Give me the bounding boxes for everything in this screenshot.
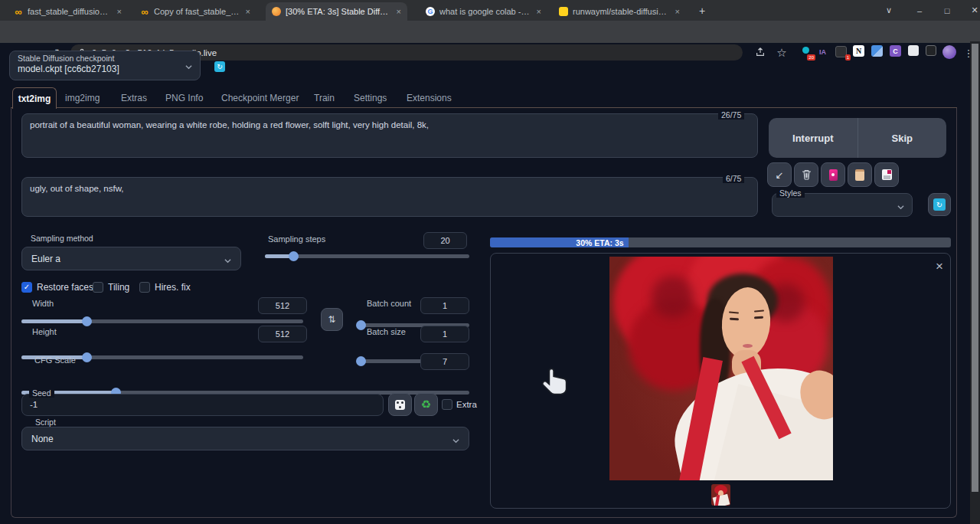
browser-tab-4[interactable]: G what is google colab - Googl × — [420, 2, 547, 21]
dice-dot — [399, 406, 401, 408]
close-window-button[interactable]: ✕ — [963, 0, 980, 21]
styles-label: Styles — [776, 188, 805, 198]
script-value: None — [31, 434, 54, 444]
extension-ia-icon[interactable]: IA — [816, 45, 829, 58]
save-style-button[interactable] — [874, 162, 899, 187]
dice-dot — [397, 401, 399, 404]
tab-extensions[interactable]: Extensions — [407, 93, 452, 103]
extension-darkreader-icon[interactable] — [926, 45, 936, 56]
close-output-icon[interactable]: × — [936, 259, 943, 274]
tiling-checkbox[interactable]: ✓ — [93, 282, 103, 293]
cfg-scale-input[interactable]: 7 — [420, 353, 469, 370]
close-tab-icon[interactable]: × — [244, 7, 252, 16]
slider-thumb[interactable] — [82, 352, 92, 362]
reuse-seed-button[interactable]: ♻ — [414, 393, 438, 416]
new-tab-button[interactable]: + — [693, 0, 711, 21]
batch-size-input[interactable]: 1 — [420, 326, 469, 342]
sampling-steps-slider[interactable] — [265, 254, 469, 258]
extension-camera-icon[interactable]: 1 — [835, 45, 848, 58]
dice-icon — [395, 400, 405, 410]
chevron-down-icon — [185, 64, 192, 70]
tab-settings[interactable]: Settings — [354, 93, 387, 103]
gradio-icon — [272, 7, 281, 16]
minimize-button[interactable]: – — [908, 0, 931, 21]
swap-dimensions-button[interactable]: ⇅ — [321, 308, 343, 331]
close-tab-icon[interactable]: × — [116, 7, 123, 16]
bookmark-star-icon[interactable]: ☆ — [773, 44, 790, 61]
tab-search-icon[interactable]: ∨ — [877, 0, 900, 21]
scrollbar-thumb[interactable] — [972, 44, 978, 492]
extension-notion-icon[interactable]: N — [853, 45, 864, 57]
slider-thumb[interactable] — [82, 316, 92, 326]
progress-text: 30% ETA: 3s — [576, 238, 623, 247]
styles-refresh-button[interactable]: ↻ — [928, 193, 951, 216]
seed-label: Seed — [29, 388, 54, 398]
script-dropdown[interactable]: None — [21, 427, 469, 450]
hand-cursor — [538, 365, 573, 405]
slider-fill — [21, 319, 87, 323]
restore-faces-checkbox[interactable]: ✓ — [21, 282, 32, 293]
tab-extras[interactable]: Extras — [121, 93, 147, 103]
skip-button[interactable]: Skip — [858, 118, 947, 158]
colab-icon: ∞ — [140, 7, 149, 16]
script-label: Script — [32, 418, 59, 427]
seed-input[interactable]: -1 — [21, 394, 384, 416]
browser-toolbar: ← → ↻ 9e5e6cc2-c519-4dc5.gradio.live ☆ 2… — [0, 21, 980, 43]
tab-png-info[interactable]: PNG Info — [165, 93, 203, 103]
colab-icon: ∞ — [14, 7, 23, 16]
cfg-scale-label: CFG Scale — [34, 355, 76, 365]
seed-extra-label: Extra — [456, 400, 477, 409]
tab-txt2img[interactable]: txt2img — [12, 87, 57, 109]
tab-checkpoint-merger[interactable]: Checkpoint Merger — [221, 93, 299, 103]
close-tab-icon[interactable]: × — [395, 7, 403, 16]
apply-style-button[interactable] — [848, 162, 872, 187]
tiling-option[interactable]: ✓ Tiling — [93, 282, 129, 293]
sampling-steps-input[interactable]: 20 — [423, 232, 467, 249]
close-tab-icon[interactable]: × — [535, 7, 543, 16]
extension-pin-icon[interactable]: 20 — [799, 45, 812, 58]
width-input[interactable]: 512 — [258, 297, 307, 314]
extension-screenshot-icon[interactable] — [871, 45, 883, 57]
extension-colorzilla-icon[interactable]: C — [890, 45, 901, 57]
checkpoint-refresh-button[interactable]: ↻ — [214, 61, 225, 72]
tab-train[interactable]: Train — [314, 93, 335, 103]
restore-faces-option[interactable]: ✓ Restore faces — [21, 282, 93, 293]
interrupt-skip-group: Interrupt Skip — [769, 118, 946, 158]
extensions-puzzle-icon[interactable] — [908, 45, 919, 56]
generated-image[interactable] — [609, 257, 833, 480]
hires-fix-checkbox[interactable]: ✓ — [139, 282, 150, 293]
batch-count-input[interactable]: 1 — [420, 297, 469, 314]
checkpoint-dropdown[interactable]: Stable Diffusion checkpoint model.ckpt [… — [9, 51, 201, 80]
profile-avatar[interactable] — [942, 45, 956, 59]
negative-prompt-textarea[interactable]: ugly, out of shape, nsfw, — [21, 177, 758, 217]
paste-params-button[interactable]: ↙ — [767, 162, 792, 187]
random-seed-button[interactable] — [388, 393, 412, 416]
maximize-button[interactable]: □ — [936, 0, 959, 21]
extra-networks-button[interactable] — [821, 162, 845, 187]
prompt-textarea[interactable]: portrait of a beautiful woman, wearing a… — [21, 113, 758, 158]
seed-extra-checkbox[interactable]: ✓ — [442, 399, 452, 410]
hires-fix-option[interactable]: ✓ Hires. fix — [139, 282, 191, 293]
hires-fix-label: Hires. fix — [155, 282, 191, 293]
seed-extra-option[interactable]: ✓ Extra — [442, 399, 477, 410]
sampling-method-dropdown[interactable]: Euler a — [21, 247, 241, 270]
floppy-icon — [882, 169, 892, 180]
chevron-down-icon — [897, 204, 904, 211]
browser-tab-5[interactable]: runwayml/stable-diffusion-v1 × — [553, 2, 686, 21]
share-icon[interactable] — [752, 44, 769, 61]
tab-img2img[interactable]: img2img — [65, 93, 100, 103]
badge: 1 — [845, 54, 851, 61]
clear-prompt-button[interactable] — [794, 162, 818, 187]
browser-tab-active[interactable]: [30% ETA: 3s] Stable Diffusion × — [266, 2, 407, 21]
refresh-icon: ↻ — [933, 198, 946, 211]
sampling-steps-label: Sampling steps — [268, 234, 325, 244]
interrupt-button[interactable]: Interrupt — [769, 118, 858, 158]
gallery-thumbnail[interactable] — [711, 484, 730, 506]
width-slider[interactable] — [21, 319, 303, 323]
height-input[interactable]: 512 — [258, 326, 307, 342]
scrollbar-track[interactable] — [970, 41, 980, 524]
check-icon: ✓ — [24, 283, 30, 291]
browser-tab-2[interactable]: ∞ Copy of fast_stable_diffusion_ × — [134, 2, 256, 21]
close-tab-icon[interactable]: × — [674, 7, 681, 16]
browser-tab-1[interactable]: ∞ fast_stable_diffusion_AUTOMA × — [8, 2, 128, 21]
